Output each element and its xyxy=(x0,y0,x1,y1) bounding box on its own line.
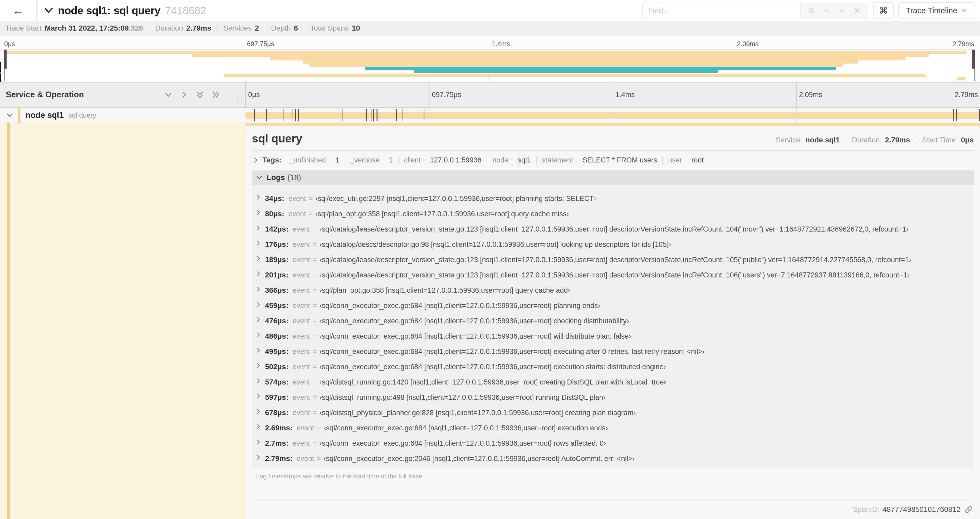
log-entry[interactable]: 142μs: event = ‹sql/catalog/lease/descri… xyxy=(256,222,974,237)
log-entry[interactable]: 2.79ms: event = ‹sql/conn_executor_exec.… xyxy=(256,451,974,466)
log-entry[interactable]: 2.69ms: event = ‹sql/conn_executor_exec.… xyxy=(256,420,974,436)
trace-minimap[interactable]: 0μs 697.75μs 1.4ms 2.09ms 2.79ms xyxy=(0,35,980,82)
logs-label: Logs xyxy=(267,173,285,182)
expand-all-icon[interactable] xyxy=(212,91,220,99)
trace-title-bar[interactable]: node sql1: sql query 7418682 xyxy=(44,5,642,17)
column-resizer[interactable] xyxy=(238,97,242,104)
log-field-key: event xyxy=(293,439,310,447)
deep-link-icon[interactable] xyxy=(965,506,973,513)
span-row[interactable]: node sql1 sql query xyxy=(0,108,980,123)
minimap-span-bar xyxy=(224,74,926,77)
find-group xyxy=(642,3,868,18)
log-marker-tick[interactable] xyxy=(402,109,403,121)
log-marker-tick[interactable] xyxy=(342,109,342,121)
log-marker-tick[interactable] xyxy=(953,109,954,121)
ruler-tick xyxy=(796,83,797,107)
log-entry[interactable]: 597μs: event = ‹sql/distsql_running.go:4… xyxy=(256,390,974,405)
tag-value: 1 xyxy=(389,156,393,164)
tag-pill: statement = SELECT * FROM users xyxy=(537,156,663,164)
app-header: ← node sql1: sql query 7418682 xyxy=(0,0,980,21)
chevron-down-icon xyxy=(256,176,262,180)
log-marker-tick[interactable] xyxy=(377,109,378,121)
ruler-label: 2.79ms xyxy=(955,91,978,99)
minimap-tick-label: 0μs xyxy=(4,40,15,48)
log-field-value: ‹sql/catalog/descs/descriptor.go:98 [nsq… xyxy=(320,241,671,249)
log-field-key: event xyxy=(293,348,310,356)
find-input[interactable] xyxy=(642,3,800,18)
keyboard-shortcuts-button[interactable]: ⌘ xyxy=(873,2,894,19)
log-entry[interactable]: 678μs: event = ‹sql/distsql_physical_pla… xyxy=(256,405,974,420)
back-button[interactable]: ← xyxy=(0,0,37,21)
log-entry[interactable]: 366μs: event = ‹sql/plan_opt.go:358 [nsq… xyxy=(256,283,974,298)
log-field-value: ‹sql/catalog/lease/descriptor_version_st… xyxy=(320,225,908,233)
log-marker-tick[interactable] xyxy=(956,109,957,121)
span-duration-bar[interactable] xyxy=(245,112,980,119)
span-detail-meta: Service: node sql1 Duration: 2.79ms Star… xyxy=(776,136,974,144)
chevron-down-icon[interactable] xyxy=(6,113,13,118)
log-entry[interactable]: 201μs: event = ‹sql/catalog/lease/descri… xyxy=(256,267,974,283)
log-entry[interactable]: 176μs: event = ‹sql/catalog/descs/descri… xyxy=(256,237,974,252)
locate-icon[interactable] xyxy=(808,7,815,14)
chevron-right-icon xyxy=(256,225,261,231)
log-entry[interactable]: 495μs: event = ‹sql/conn_executor_exec.g… xyxy=(256,344,974,359)
minimap-span-bar xyxy=(365,67,836,70)
log-entry[interactable]: 34μs: event = ‹sql/exec_util.go:2297 [ns… xyxy=(256,191,974,206)
log-marker-tick[interactable] xyxy=(266,109,267,121)
trace-view-label: Trace Timeline xyxy=(906,6,957,15)
equals-sign: = xyxy=(313,241,317,249)
log-marker-tick[interactable] xyxy=(295,109,296,121)
tags-section-toggle[interactable]: Tags: _unfinished = 1 _verbose = 1 xyxy=(252,151,974,168)
log-field-key: event xyxy=(293,271,310,279)
log-marker-tick[interactable] xyxy=(292,109,293,121)
viewport-scrubber-right[interactable] xyxy=(972,50,975,69)
chevron-right-icon xyxy=(256,439,261,445)
equals-sign: = xyxy=(313,317,317,325)
log-marker-tick[interactable] xyxy=(298,109,299,121)
log-field-value: ‹sql/conn_executor_exec.go:684 [nsql1,cl… xyxy=(320,302,600,310)
log-entry[interactable]: 502μs: event = ‹sql/conn_executor_exec.g… xyxy=(256,359,974,374)
equals-sign: = xyxy=(511,156,515,164)
span-bar-cell[interactable] xyxy=(245,108,980,123)
log-entry[interactable]: 459μs: event = ‹sql/conn_executor_exec.g… xyxy=(256,298,974,313)
chevron-down-icon xyxy=(961,8,967,13)
log-entry[interactable]: 574μs: event = ‹sql/distsql_running.go:1… xyxy=(256,374,974,390)
collapse-all-icon[interactable] xyxy=(196,91,204,99)
log-timestamp: 597μs: xyxy=(265,393,288,402)
next-match-icon[interactable] xyxy=(838,7,846,14)
tag-pill: user = root xyxy=(663,156,709,164)
log-marker-tick[interactable] xyxy=(283,109,283,121)
tag-pill: _unfinished = 1 xyxy=(284,156,345,164)
minimap-canvas[interactable] xyxy=(4,50,975,81)
log-timestamp: 366μs: xyxy=(265,286,288,295)
collapse-one-icon[interactable] xyxy=(164,91,172,99)
log-marker-tick[interactable] xyxy=(373,109,374,121)
logs-section-toggle[interactable]: Logs (18) xyxy=(252,170,974,185)
log-marker-tick[interactable] xyxy=(396,109,397,121)
minimap-tick-label: 697.75μs xyxy=(247,40,274,48)
trace-view-dropdown[interactable]: Trace Timeline xyxy=(898,2,974,19)
clear-search-icon[interactable] xyxy=(854,7,861,14)
log-field-value: ‹sql/plan_opt.go:358 [nsql1,client=127.0… xyxy=(320,286,570,295)
log-marker-tick[interactable] xyxy=(371,109,371,121)
log-entry[interactable]: 189μs: event = ‹sql/catalog/lease/descri… xyxy=(256,252,974,267)
log-marker-tick[interactable] xyxy=(375,109,377,121)
log-marker-tick[interactable] xyxy=(979,109,980,121)
ruler-tick xyxy=(429,83,430,107)
log-entry[interactable]: 486μs: event = ‹sql/conn_executor_exec.g… xyxy=(256,329,974,344)
log-field-value: ‹sql/catalog/lease/descriptor_version_st… xyxy=(320,271,910,279)
log-marker-tick[interactable] xyxy=(366,109,367,121)
log-marker-tick[interactable] xyxy=(423,109,425,121)
log-entry[interactable]: 80μs: event = ‹sql/plan_opt.go:358 [nsql… xyxy=(256,206,974,222)
log-marker-tick[interactable] xyxy=(254,109,255,121)
log-timestamp: 201μs: xyxy=(265,271,288,279)
log-timestamp: 189μs: xyxy=(265,256,288,264)
log-entry[interactable]: 476μs: event = ‹sql/conn_executor_exec.g… xyxy=(256,313,974,329)
log-timestamp: 80μs: xyxy=(265,210,284,218)
log-entry[interactable]: 2.7ms: event = ‹sql/conn_executor_exec.g… xyxy=(256,436,974,451)
viewport-scrubber-left[interactable] xyxy=(4,50,6,69)
span-name-cell[interactable]: node sql1 sql query xyxy=(0,108,245,123)
trace-info-value: 2 xyxy=(255,24,259,32)
equals-sign: = xyxy=(309,195,313,203)
prev-match-icon[interactable] xyxy=(823,7,830,14)
expand-one-icon[interactable] xyxy=(180,91,188,99)
